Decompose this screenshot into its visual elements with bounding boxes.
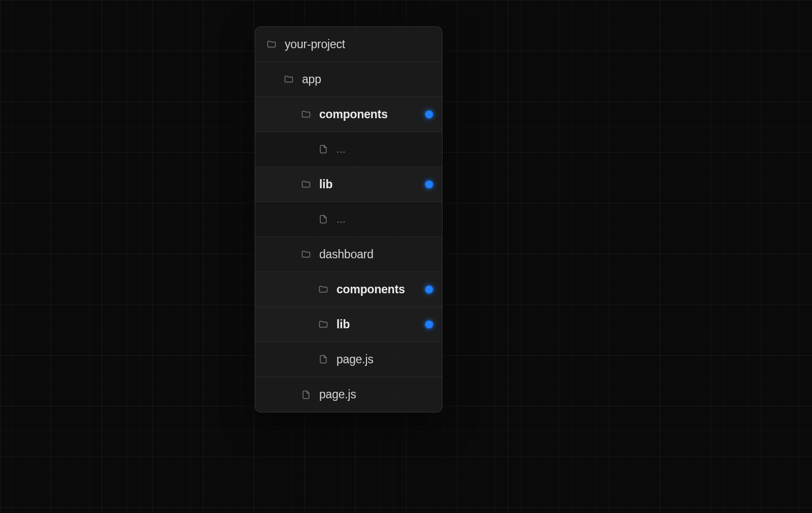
folder-icon — [301, 109, 311, 119]
folder-icon — [266, 39, 277, 49]
tree-row-label: components — [336, 284, 405, 295]
folder-icon — [301, 179, 311, 189]
tree-row-app-page[interactable]: page.js — [255, 377, 442, 412]
tree-row-app-lib-ellipsis[interactable]: ... — [255, 202, 442, 237]
file-tree-panel: your-project app components ... lib ... — [255, 26, 443, 413]
tree-row-dashboard-page[interactable]: page.js — [255, 342, 442, 377]
tree-row-label: components — [319, 109, 388, 120]
folder-icon — [318, 319, 328, 329]
tree-row-your-project[interactable]: your-project — [255, 27, 442, 62]
tree-row-label: lib — [319, 179, 332, 190]
folder-icon — [301, 249, 311, 259]
tree-row-app-components[interactable]: components — [255, 97, 442, 132]
tree-row-dashboard-components[interactable]: components — [255, 272, 442, 307]
tree-row-label: lib — [336, 319, 350, 330]
marker-dot-icon — [425, 181, 433, 188]
marker-dot-icon — [425, 321, 433, 328]
tree-row-app-components-ellipsis[interactable]: ... — [255, 132, 442, 167]
file-icon — [301, 390, 311, 400]
tree-row-label: ... — [336, 144, 346, 155]
tree-row-label: page.js — [336, 354, 374, 365]
tree-row-dashboard[interactable]: dashboard — [255, 237, 442, 272]
tree-row-label: app — [302, 74, 321, 85]
tree-row-label: page.js — [319, 389, 356, 400]
file-icon — [318, 354, 328, 364]
tree-row-app-lib[interactable]: lib — [255, 167, 442, 202]
file-icon — [318, 214, 328, 224]
marker-dot-icon — [425, 286, 433, 293]
file-icon — [318, 144, 328, 154]
tree-row-app[interactable]: app — [255, 62, 442, 97]
tree-row-label: dashboard — [319, 249, 374, 260]
marker-dot-icon — [425, 111, 433, 118]
folder-icon — [284, 74, 294, 84]
tree-row-label: your-project — [285, 39, 345, 50]
tree-row-dashboard-lib[interactable]: lib — [255, 307, 442, 342]
tree-row-label: ... — [336, 214, 346, 225]
folder-icon — [318, 284, 328, 294]
